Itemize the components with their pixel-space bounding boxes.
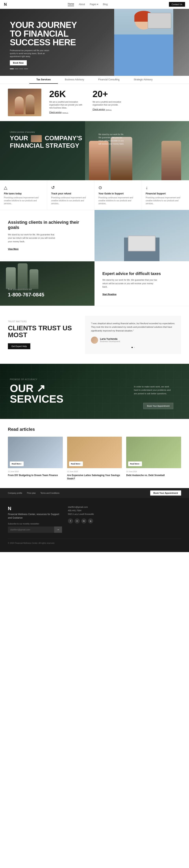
strategy-title: YOUR COMPANY'S FINANCIAL STRATEGY — [10, 135, 179, 149]
our-services-label: Promise of accuracy — [10, 378, 179, 380]
footer: N Financial Wellness Center, resources f… — [0, 498, 189, 552]
services-tabs: Tax Services Business Advisory Financial… — [0, 76, 189, 84]
footer-email-address: startfirm@gmail.com — [68, 506, 102, 508]
get-expert-help-button[interactable]: Get Expert Help — [8, 343, 30, 349]
social-facebook-icon[interactable]: f — [68, 518, 73, 524]
tab-strategic-advisory[interactable]: Strategic Advisory — [127, 76, 160, 84]
check-service-1[interactable]: Check service ——→ — [49, 111, 83, 114]
footer-socials: f in tw ig — [68, 518, 102, 524]
testimonial-dot-2[interactable] — [134, 347, 135, 348]
hero-dots — [10, 68, 179, 69]
arrow-right-icon: ——→ — [62, 111, 68, 114]
hero-dot-2[interactable] — [14, 68, 19, 69]
our-services-section: Promise of accuracy OUR ↗ SERVICES In or… — [0, 364, 189, 419]
expert-text: We stand by our work for life. We guaran… — [102, 278, 158, 289]
footer-contact-col: startfirm@gmail.com 455-441-7564 5021 Lu… — [68, 506, 102, 533]
contact-us-button[interactable]: Contact Us — [169, 2, 185, 7]
stat-number-1: 26K — [49, 89, 83, 99]
article-card-1: Read More › 12 June 2024 From DIY Budget… — [8, 437, 63, 480]
nav-logo: N — [4, 2, 6, 7]
tab-tax-services[interactable]: Tax Services — [29, 76, 58, 84]
bottom-nav-company[interactable]: Company profile — [8, 492, 22, 494]
our-services-desc: In order to make work work, we work hard… — [134, 385, 173, 396]
social-twitter-icon[interactable]: tw — [81, 518, 87, 524]
nav-link-about[interactable]: About — [79, 3, 85, 6]
footer-brand: N Financial Wellness Center, resources f… — [8, 506, 62, 533]
social-linkedin-icon[interactable]: in — [74, 518, 80, 524]
footer-copyright: © 2024 Financial Wellness Center. All ri… — [8, 542, 55, 544]
tab-business-advisory[interactable]: Business Advisory — [58, 76, 91, 84]
hero-title: YOUR JOURNEYTO FINANCIALSUCCESS HERE — [10, 21, 179, 47]
footer-bottom: © 2024 Financial Wellness Center. All ri… — [8, 539, 181, 544]
hero-dot-1[interactable] — [10, 68, 14, 69]
feature-item-2: ↺ Track your refund Promising continuous… — [47, 180, 94, 210]
articles-grid: Read More › 12 June 2024 From DIY Budget… — [8, 437, 181, 480]
article-image-1: Read More › — [8, 437, 63, 468]
strategy-label: Lifetime promise of accuracy — [10, 131, 179, 133]
bottom-nav-terms[interactable]: Terms and Conditions — [40, 492, 59, 494]
expert-right: Expert advice for difficult taxes We sta… — [94, 261, 189, 306]
services-content: 26K We are a youthful and innovative org… — [0, 84, 189, 121]
start-reading-link[interactable]: Start Reading — [102, 293, 117, 296]
strategy-img-inline — [31, 135, 42, 142]
article-date-1: 12 June 2024 — [8, 470, 63, 472]
stat-number-2: 20+ — [93, 89, 126, 99]
assist-text: We stand by our work for life. We guaran… — [8, 233, 59, 243]
book-appointment-services-button[interactable]: Book Your Appointment — [143, 403, 173, 409]
stat-text-2: We are a youthful and innovative organis… — [93, 100, 126, 106]
bottom-nav-price[interactable]: Price plan — [27, 492, 36, 494]
feature-title-2: Track your refund — [51, 192, 90, 195]
article-date-2: 12 June 2024 — [67, 470, 122, 472]
strategy-people-image — [85, 121, 189, 180]
assist-left: Assisting clients in achieving their goa… — [0, 210, 94, 261]
nav-link-blog[interactable]: Blog — [103, 3, 108, 6]
footer-email-submit-button[interactable]: → — [54, 526, 62, 533]
article-headline-1: From DIY Budgeting to Dream Team Finance — [8, 474, 63, 477]
features-grid: △ File taxes today Promising continuous … — [0, 180, 189, 210]
article-card-3: Read More › 12 June 2024 Debt Avalanche … — [126, 437, 181, 480]
trust-section: Trust matters CLIENTS TRUST US MOST Get … — [0, 306, 189, 364]
testimonial-author-role: Business Development — [100, 340, 120, 342]
footer-address: 5021 Lucy Lovell Knowville — [68, 513, 102, 515]
view-more-link[interactable]: View More — [8, 248, 19, 250]
testimonial-dot-1[interactable] — [131, 347, 133, 348]
expert-title: Expert advice for difficult taxes — [102, 271, 181, 276]
footer-col-3 — [108, 506, 141, 533]
strategy-section: Lifetime promise of accuracy YOUR COMPAN… — [0, 121, 189, 180]
testimonial-text: "I was skeptical about seeking financial… — [91, 322, 175, 333]
nav-link-home[interactable]: Home — [68, 3, 74, 6]
hero-dot-4[interactable] — [24, 68, 28, 69]
article-image-2: Read More › — [67, 437, 122, 468]
trust-title: CLIENTS TRUST US MOST — [8, 324, 77, 339]
phone-block: Book your appointment fast 1-800-767-084… — [0, 261, 94, 306]
feature-icon-4: ↓ — [146, 185, 185, 190]
hero-section: YOUR JOURNEYTO FINANCIALSUCCESS HERE Pro… — [0, 9, 189, 76]
trust-left: Trust matters CLIENTS TRUST US MOST Get … — [8, 320, 77, 349]
testimonial-author-info: Laria Yuchenda Business Development — [100, 338, 120, 342]
main-nav: N Home About Pages ▾ Blog Contact Us — [0, 0, 189, 9]
hero-content: YOUR JOURNEYTO FINANCIALSUCCESS HERE Pro… — [0, 9, 189, 76]
nav-links: Home About Pages ▾ Blog — [68, 3, 107, 6]
check-service-2[interactable]: Check service ——→ — [93, 108, 126, 111]
social-instagram-icon[interactable]: ig — [88, 518, 93, 524]
tab-financial-consulting[interactable]: Financial Consulting — [91, 76, 127, 84]
phone-label: Book your appointment fast — [8, 288, 87, 290]
hero-book-button[interactable]: Book Now — [10, 60, 27, 65]
footer-top: N Financial Wellness Center, resources f… — [8, 506, 181, 533]
hero-dot-3[interactable] — [19, 68, 23, 69]
footer-email-input[interactable] — [8, 526, 54, 533]
stat-block-1: 26K We are a youthful and innovative org… — [49, 89, 83, 114]
strategy-title-financial: FINANCIAL STRATEGY — [10, 142, 80, 149]
footer-logo: N — [8, 506, 62, 511]
phone-expert-grid: Book your appointment fast 1-800-767-084… — [0, 261, 189, 306]
trust-right: "I was skeptical about seeking financial… — [77, 316, 181, 354]
articles-title: Read articles — [8, 427, 181, 432]
services-image — [8, 89, 41, 116]
nav-link-pages[interactable]: Pages ▾ — [90, 3, 98, 6]
testimonial-author-name: Laria Yuchenda — [100, 338, 120, 340]
feature-title-1: File taxes today — [4, 192, 43, 195]
services-stats: 26K We are a youthful and innovative org… — [41, 89, 181, 114]
article-headline-2: Are Expensive Lattes Sabotaging Your Sav… — [67, 474, 122, 480]
feature-icon-2: ↺ — [51, 185, 90, 190]
book-appointment-bottom-button[interactable]: Book Your Appointment — [150, 490, 181, 496]
